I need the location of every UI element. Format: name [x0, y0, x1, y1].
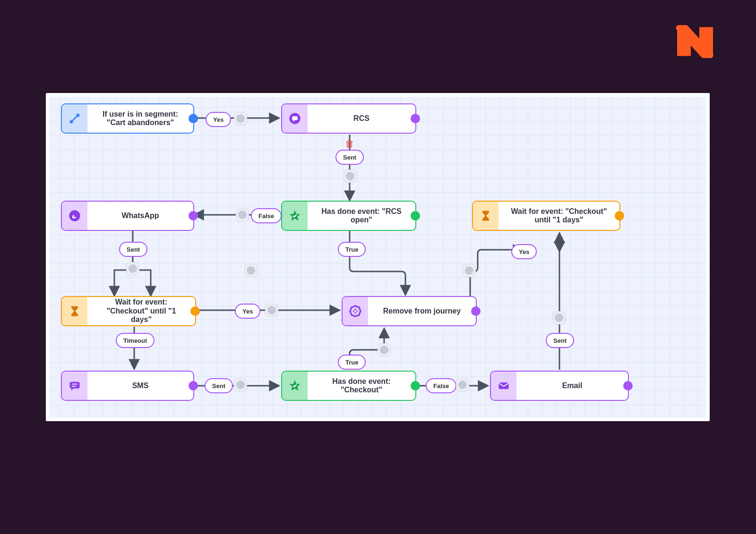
svg-line-14: [351, 307, 352, 308]
node-label: Email: [562, 381, 583, 390]
star-icon: [282, 202, 308, 230]
svg-rect-20: [70, 382, 80, 389]
svg-rect-0: [678, 27, 685, 56]
star-icon: [282, 372, 308, 400]
journey-canvas[interactable]: If user is in segment: "Cart abandoners"…: [46, 93, 710, 421]
clock-icon: [552, 311, 566, 324]
svg-point-7: [69, 210, 80, 221]
clock-icon: [265, 304, 278, 317]
branch-icon: [62, 104, 87, 133]
svg-rect-23: [499, 382, 509, 389]
clock-icon: [234, 378, 247, 391]
edge-label-yes: Yes: [206, 112, 231, 127]
edge-label-yes: Yes: [511, 244, 537, 259]
clock-icon: [236, 208, 249, 221]
node-wait1[interactable]: Wait for event: "Checkout" until "1 days…: [61, 296, 196, 326]
brand-logo: [674, 24, 716, 59]
edge-label-timeout: Timeout: [116, 333, 155, 348]
node-label: Wait for event: "Checkout" until "1 days…: [509, 207, 609, 225]
node-wait2[interactable]: Wait for event: "Checkout" until "1 days…: [472, 201, 620, 231]
sms-icon: [62, 372, 87, 400]
node-segment[interactable]: If user is in segment: "Cart abandoners": [61, 103, 194, 134]
mail-icon: [491, 372, 516, 400]
node-label: Has done event: "Checkout": [318, 377, 405, 395]
hourglass-icon: [473, 202, 498, 230]
svg-line-15: [359, 314, 360, 315]
node-label: Has done event: "RCS open": [318, 207, 405, 225]
edge-label-sent: Sent: [119, 242, 147, 257]
hourglass-icon: [62, 297, 87, 325]
node-whatsapp[interactable]: WhatsApp: [61, 201, 194, 231]
svg-rect-1: [705, 27, 712, 56]
svg-line-4: [72, 116, 77, 120]
node-rcs[interactable]: RCS: [281, 103, 416, 134]
node-sms[interactable]: SMS: [61, 371, 194, 401]
node-label: Remove from journey: [383, 307, 461, 315]
node-label: SMS: [132, 381, 149, 390]
edge-label-false: False: [251, 208, 282, 223]
chat-icon: [282, 104, 308, 133]
clock-icon: [378, 343, 391, 356]
whatsapp-icon: [62, 202, 87, 230]
svg-rect-6: [292, 116, 298, 120]
clock-icon: [126, 262, 139, 275]
node-rcs-open[interactable]: Has done event: "RCS open": [281, 201, 416, 231]
svg-line-17: [359, 307, 360, 308]
node-checkout[interactable]: Has done event: "Checkout": [281, 371, 416, 401]
edge-label-true: True: [338, 242, 366, 257]
edge-label-false: False: [426, 378, 456, 393]
edge-label-sent: Sent: [546, 333, 574, 348]
edge-label-sent: Sent: [205, 378, 233, 393]
clock-icon: [344, 170, 357, 183]
node-label: RCS: [353, 114, 369, 123]
clock-icon: [244, 264, 258, 277]
clock-icon: [463, 264, 476, 277]
svg-line-16: [351, 314, 352, 315]
gear-close-icon: [343, 297, 368, 325]
edge-label-true: True: [338, 355, 366, 370]
clock-icon: [234, 112, 247, 125]
trash-icon[interactable]: 🗑: [345, 138, 354, 149]
node-email[interactable]: Email: [490, 371, 629, 401]
edge-label-yes: Yes: [235, 304, 260, 319]
node-label: WhatsApp: [121, 212, 159, 220]
node-label: Wait for event: "Checkout" until "1 days…: [98, 298, 185, 324]
node-label: If user is in segment: "Cart abandoners": [98, 110, 183, 127]
clock-icon: [456, 378, 469, 391]
edge-label-sent: Sent: [335, 150, 364, 165]
node-remove[interactable]: Remove from journey: [342, 296, 477, 326]
